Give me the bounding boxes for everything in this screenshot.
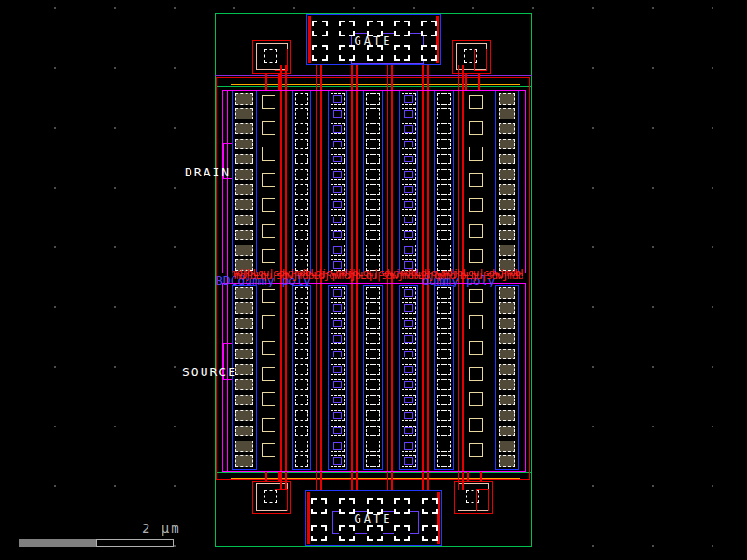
contact-square (402, 199, 416, 210)
contact-square (331, 395, 345, 406)
via-square-purple (333, 427, 342, 435)
poly-contact-square (469, 224, 483, 238)
corner-tap-via-red (474, 49, 487, 71)
contact-square (499, 123, 515, 134)
grid-dot (114, 366, 116, 368)
via-square-purple (404, 427, 413, 435)
contact-square (331, 379, 345, 390)
corner-stub-red (265, 73, 267, 90)
grid-dot (293, 7, 295, 9)
contact-square (437, 441, 451, 452)
grid-dot (472, 7, 474, 9)
via-square-purple (404, 366, 413, 373)
poly-contact-square (469, 121, 483, 135)
contact-square (295, 318, 308, 329)
contact-square (331, 93, 345, 105)
grid-dot (114, 187, 116, 189)
contact-square (295, 230, 308, 241)
contact-square (331, 455, 345, 467)
contact-square (235, 410, 253, 421)
contact-square (402, 318, 416, 329)
grid-dot (712, 7, 713, 9)
grid-dot (652, 127, 654, 129)
overlapping-device-labels-2: mdjbLqu|sdwjmdbLdjqwmdjbLqu|sdwjmdbLdjqw… (234, 270, 523, 282)
contact-square (295, 184, 308, 195)
grid-dot (174, 7, 176, 9)
gate-pad-contact (394, 525, 410, 541)
contact-square (295, 441, 308, 452)
via-square-purple (333, 289, 342, 297)
via-square-purple (333, 141, 342, 148)
contact-square (499, 108, 515, 119)
contact-square (331, 154, 345, 165)
corner-tap-via-red (476, 489, 489, 511)
grid-dot (592, 67, 594, 69)
corner-stub-red (265, 472, 267, 481)
gate-label: GATE (307, 35, 440, 48)
contact-square (295, 410, 308, 421)
grid-dot (652, 246, 654, 248)
contact-square (295, 93, 308, 105)
contact-square (366, 184, 380, 195)
contact-square (402, 139, 416, 150)
contact-square (437, 230, 451, 241)
contact-square (331, 245, 345, 256)
via-square-purple (404, 289, 413, 297)
via-square-purple (404, 246, 413, 254)
contact-square (499, 215, 515, 226)
via-square-purple (404, 442, 413, 450)
contact-square (499, 379, 515, 390)
via-square-purple (333, 351, 342, 358)
contact-square (437, 379, 451, 390)
contact-square (499, 455, 515, 467)
contact-square (499, 184, 515, 195)
contact-square (437, 154, 451, 165)
contact-square (437, 139, 451, 150)
contact-square (331, 426, 345, 437)
contact-square (295, 302, 308, 314)
via-square-purple (333, 156, 342, 163)
grid-dot (54, 366, 56, 368)
contact-square (499, 154, 515, 165)
contact-square (499, 302, 515, 314)
poly-contact-square (262, 341, 275, 355)
via-square-purple (333, 366, 342, 373)
layout-canvas[interactable]: DRAIN SOURCE BDCdummy_poly dummy_poly md… (0, 0, 747, 560)
grid-dot (532, 7, 534, 9)
grid-dot (54, 127, 56, 129)
contact-square (295, 108, 308, 119)
contact-square (331, 318, 345, 329)
contact-square (437, 426, 451, 437)
contact-square (402, 364, 416, 375)
poly-contact-square (469, 315, 483, 329)
grid-dot (54, 246, 56, 248)
contact-square (366, 108, 380, 119)
contact-square (437, 349, 451, 360)
grid-dot (712, 187, 713, 189)
grid-dot (652, 545, 654, 547)
contact-square (366, 455, 380, 467)
grid-dot (712, 485, 713, 487)
contact-square (499, 426, 515, 437)
contact-square (499, 199, 515, 210)
poly-contact-square (469, 147, 483, 161)
grid-dot (592, 127, 594, 129)
grid-dot (174, 426, 176, 427)
grid-dot (54, 485, 56, 487)
contact-square (235, 245, 253, 256)
via-square-purple (333, 217, 342, 224)
contact-square (437, 410, 451, 421)
contact-square (331, 333, 345, 344)
contact-square (499, 139, 515, 150)
grid-dot (54, 306, 56, 308)
via-square-purple (333, 457, 342, 465)
contact-square (366, 364, 380, 375)
contact-square (295, 426, 308, 437)
grid-dot (592, 7, 594, 9)
gate-pad-contact (339, 525, 355, 541)
poly-contact-square (262, 289, 275, 303)
corner-stub-red (467, 472, 469, 481)
grid-dot (174, 246, 176, 248)
contact-square (235, 93, 253, 105)
contact-square (366, 349, 380, 360)
